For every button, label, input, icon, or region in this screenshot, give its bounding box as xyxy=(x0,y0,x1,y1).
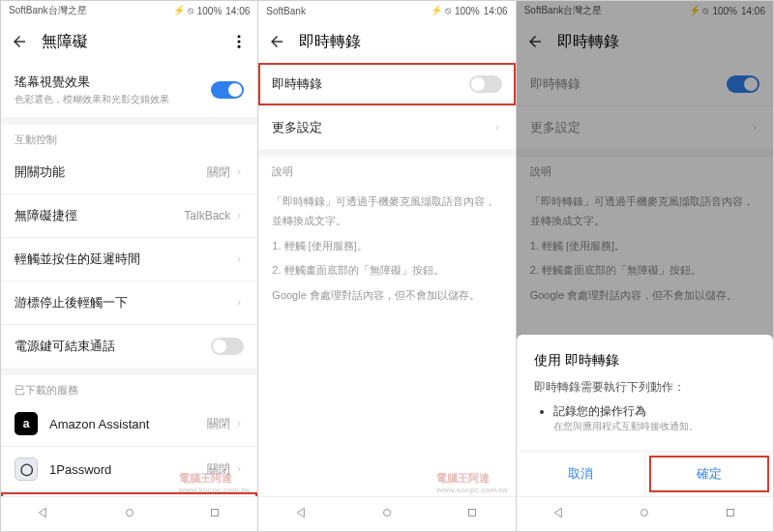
chevron-right-icon xyxy=(234,167,244,177)
page-title: 即時轉錄 xyxy=(557,32,619,52)
row-live-transcribe-toggle[interactable]: 即時轉錄 xyxy=(258,63,515,105)
row-cursor-stop[interactable]: 游標停止後輕觸一下 xyxy=(1,281,257,324)
page-title: 即時轉錄 xyxy=(299,32,361,52)
status-bar: SoftBank台灣之星 ⚡ ⦸100%14:06 xyxy=(1,1,257,20)
back-icon[interactable] xyxy=(11,33,28,50)
carrier-label: SoftBank台灣之星 xyxy=(524,4,603,17)
chevron-right-icon xyxy=(234,298,244,308)
svg-point-0 xyxy=(238,35,241,38)
status-bar: SoftBank台灣之星 ⚡ ⦸100%14:06 xyxy=(517,1,773,20)
content-area: 瑤幕視覺效果色彩選色，模糊效果和光影交錯效果 互動控制 開關功能關閉 無障礙捷徑… xyxy=(1,63,257,496)
carrier-label: SoftBank xyxy=(266,6,306,16)
page-title: 無障礙 xyxy=(42,32,88,52)
row-service-live-transcribe[interactable]: ✎即時轉錄關閉 xyxy=(1,492,257,496)
permission-dialog: 使用 即時轉錄 即時轉錄需要執行下列動作： 記錄您的操作行為在您與應用程式互動時… xyxy=(517,335,773,496)
toggle-visual[interactable] xyxy=(211,81,244,99)
nav-home-icon[interactable] xyxy=(123,506,136,523)
nav-bar xyxy=(1,496,257,531)
row-live-transcribe-toggle[interactable]: 即時轉錄 xyxy=(517,63,773,105)
chevron-right-icon xyxy=(492,123,502,133)
svg-point-1 xyxy=(238,41,241,44)
svg-point-2 xyxy=(238,45,241,48)
nav-home-icon[interactable] xyxy=(380,506,394,523)
row-more-settings[interactable]: 更多設定 xyxy=(258,106,515,149)
section-description: 說明 xyxy=(517,157,773,183)
toggle-live-transcribe[interactable] xyxy=(469,75,502,93)
nav-home-icon[interactable] xyxy=(638,506,651,523)
row-shortcut[interactable]: 無障礙捷徑TalkBack xyxy=(1,194,257,237)
row-switch-access[interactable]: 開關功能關閉 xyxy=(1,151,257,193)
row-visual-effects[interactable]: 瑤幕視覺效果色彩選色，模糊效果和光影交錯效果 xyxy=(1,63,257,117)
row-touch-delay[interactable]: 輕觸並按住的延遲時間 xyxy=(1,238,257,281)
nav-recent-icon[interactable] xyxy=(465,506,479,523)
description-text: 「即時轉錄」可透過手機麥克風擷取語音內容，並轉換成文字。 1. 輕觸 [使用服務… xyxy=(258,183,515,321)
svg-point-7 xyxy=(641,509,648,516)
chevron-right-icon xyxy=(234,211,244,221)
nav-back-icon[interactable] xyxy=(552,506,566,523)
svg-rect-6 xyxy=(469,509,476,516)
app-bar: 即時轉錄 xyxy=(258,20,515,63)
back-icon[interactable] xyxy=(526,33,544,50)
dialog-title: 使用 即時轉錄 xyxy=(534,352,756,369)
nav-back-icon[interactable] xyxy=(295,506,309,523)
screenshot-2: SoftBank ⚡ ⦸100%14:06 即時轉錄 即時轉錄 更多設定 說明 … xyxy=(258,0,516,532)
svg-rect-4 xyxy=(212,509,219,516)
row-service-amazon[interactable]: aAmazon Assistant關閉 xyxy=(1,401,257,446)
svg-rect-8 xyxy=(727,509,733,516)
app-bar: 無障礙 xyxy=(1,20,257,63)
status-bar: SoftBank ⚡ ⦸100%14:06 xyxy=(258,1,515,20)
1password-icon: ◯ xyxy=(15,458,38,481)
dialog-bullets: 記錄您的操作行為在您與應用程式互動時接收通知。 xyxy=(534,403,756,433)
screenshot-3: SoftBank台灣之星 ⚡ ⦸100%14:06 即時轉錄 即時轉錄 更多設定… xyxy=(517,0,774,532)
svg-point-3 xyxy=(126,509,133,516)
chevron-right-icon xyxy=(750,123,759,133)
section-description: 說明 xyxy=(258,157,515,183)
nav-bar xyxy=(517,496,773,531)
more-icon[interactable] xyxy=(230,33,248,50)
section-downloaded: 已下載的服務 xyxy=(1,375,257,401)
description-text: 「即時轉錄」可透過手機麥克風擷取語音內容，並轉換成文字。 1. 輕觸 [使用服務… xyxy=(517,183,773,321)
cancel-button[interactable]: 取消 xyxy=(517,452,644,496)
nav-back-icon[interactable] xyxy=(37,506,50,523)
dialog-lead: 即時轉錄需要執行下列動作： xyxy=(534,379,756,396)
chevron-right-icon xyxy=(234,464,244,474)
row-power-end-call[interactable]: 電源鍵可結束通話 xyxy=(1,325,257,368)
chevron-right-icon xyxy=(234,254,244,264)
nav-bar xyxy=(258,496,515,531)
app-bar: 即時轉錄 xyxy=(517,20,773,63)
chevron-right-icon xyxy=(234,419,244,429)
section-interaction: 互動控制 xyxy=(1,125,257,151)
content-area: 即時轉錄 更多設定 說明 「即時轉錄」可透過手機麥克風擷取語音內容，並轉換成文字… xyxy=(258,63,515,496)
row-more-settings[interactable]: 更多設定 xyxy=(517,106,773,149)
svg-point-5 xyxy=(383,509,390,516)
screenshot-1: SoftBank台灣之星 ⚡ ⦸100%14:06 無障礙 瑤幕視覺效果色彩選色… xyxy=(0,0,258,532)
ok-button[interactable]: 確定 xyxy=(645,452,773,496)
amazon-icon: a xyxy=(15,412,38,435)
row-service-1password[interactable]: ◯1Password關閉 xyxy=(1,447,257,491)
nav-recent-icon[interactable] xyxy=(724,506,737,523)
carrier-label: SoftBank台灣之星 xyxy=(9,4,87,17)
toggle-power-end[interactable] xyxy=(211,338,244,355)
back-icon[interactable] xyxy=(268,33,285,50)
toggle-live-transcribe[interactable] xyxy=(727,75,759,93)
nav-recent-icon[interactable] xyxy=(208,506,222,523)
